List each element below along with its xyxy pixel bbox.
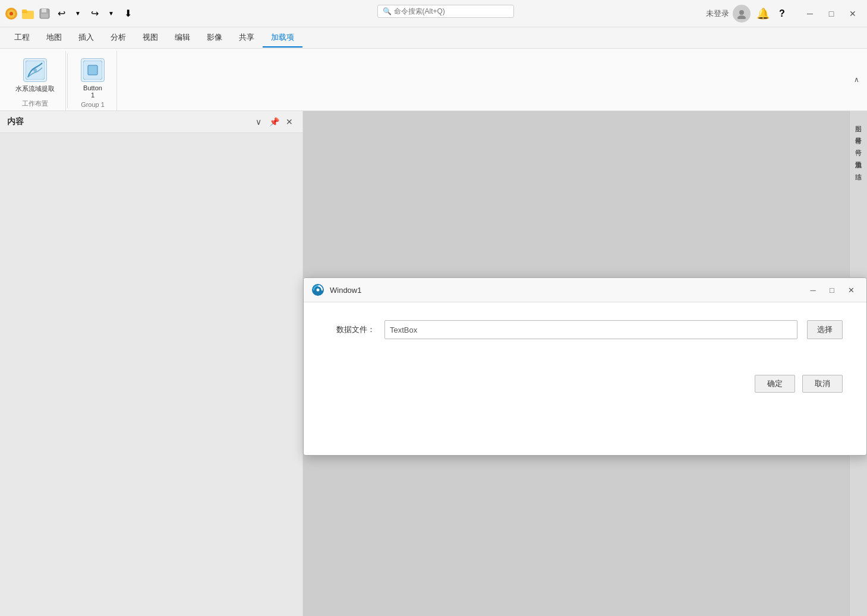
menu-item-project[interactable]: 工程 (6, 29, 38, 48)
ribbon-btn-watershed[interactable]: 水系流域提取 (11, 56, 59, 96)
ribbon-separator (67, 53, 68, 108)
ribbon-group-label-1: Group 1 (81, 101, 105, 110)
content-area: Window1 ─ □ ✕ 数据文件： 选择 (303, 111, 867, 616)
button1-label: Button 1 (83, 84, 102, 99)
dialog-window: Window1 ─ □ ✕ 数据文件： 选择 (303, 277, 867, 456)
avatar[interactable] (733, 5, 751, 23)
search-icon: 🔍 (383, 7, 392, 15)
ribbon-collapse-btn[interactable]: ∧ (850, 74, 862, 86)
dialog-close-btn[interactable]: ✕ (843, 283, 859, 297)
close-button[interactable]: ✕ (843, 5, 862, 22)
left-panel: 内容 ∨ 📌 ✕ (0, 111, 303, 616)
modal-overlay: Window1 ─ □ ✕ 数据文件： 选择 (303, 111, 867, 616)
save-icon[interactable] (38, 7, 51, 20)
svg-point-16 (317, 289, 320, 292)
dialog-app-icon (311, 283, 325, 297)
menu-item-imagery[interactable]: 影像 (198, 29, 231, 48)
ribbon-group-1: Button 1 Group 1 (69, 51, 117, 110)
cancel-button[interactable]: 取消 (802, 375, 843, 393)
menu-item-addins[interactable]: 加载项 (263, 29, 302, 48)
login-text: 未登录 (706, 8, 729, 19)
title-bar-right: 未登录 🔔 ? ─ □ ✕ (706, 5, 862, 23)
search-input[interactable] (394, 7, 509, 15)
ok-button[interactable]: 确定 (755, 375, 795, 393)
dialog-maximize-btn[interactable]: □ (824, 283, 840, 297)
menu-item-view[interactable]: 视图 (134, 29, 166, 48)
svg-rect-8 (41, 14, 48, 18)
dialog-title: Window1 (330, 286, 805, 295)
menu-item-map[interactable]: 地图 (38, 29, 70, 48)
svg-rect-5 (22, 10, 27, 12)
watershed-label: 水系流域提取 (15, 84, 55, 93)
dialog-body: 数据文件： 选择 (304, 302, 866, 369)
ribbon-buttons-group1: Button 1 (75, 53, 111, 101)
dialog-win-controls: ─ □ ✕ (805, 283, 859, 297)
menu-item-edit[interactable]: 编辑 (166, 29, 198, 48)
panel-controls: ∨ 📌 ✕ (253, 116, 295, 128)
help-icon[interactable]: ? (775, 7, 789, 20)
main-area: 内容 ∨ 📌 ✕ (0, 111, 867, 616)
ribbon-buttons-workspace: 水系流域提取 (11, 53, 59, 99)
notification-icon[interactable]: 🔔 (756, 7, 770, 20)
undo-icon[interactable]: ↩ (55, 7, 68, 20)
ribbon-group-label-workspace: 工作布置 (22, 99, 48, 110)
ribbon-btn-button1[interactable]: Button 1 (75, 56, 111, 101)
menu-item-analysis[interactable]: 分析 (102, 29, 134, 48)
panel-header: 内容 ∨ 📌 ✕ (0, 111, 302, 133)
maximize-button[interactable]: □ (822, 5, 841, 22)
app-icon[interactable] (5, 7, 18, 20)
panel-pin-btn[interactable]: 📌 (268, 116, 280, 128)
dialog-footer: 确定 取消 (304, 369, 866, 405)
svg-rect-7 (42, 9, 46, 12)
undo-dropdown-icon[interactable]: ▼ (71, 7, 84, 20)
svg-point-10 (737, 15, 746, 19)
search-box[interactable]: 🔍 (377, 5, 514, 18)
more-icon[interactable]: ⬇ (121, 7, 134, 20)
menu-item-share[interactable]: 共享 (231, 29, 263, 48)
ribbon-group-workspace: 水系流域提取 工作布置 (5, 51, 66, 110)
svg-rect-14 (88, 65, 97, 75)
title-bar-left: ↩ ▼ ↪ ▼ ⬇ (5, 7, 134, 20)
dialog-titlebar: Window1 ─ □ ✕ (304, 278, 866, 302)
minimize-button[interactable]: ─ (800, 5, 819, 22)
redo-dropdown-icon[interactable]: ▼ (105, 7, 118, 20)
menu-bar: 工程 地图 插入 分析 视图 编辑 影像 共享 加载项 (0, 27, 867, 49)
panel-content (0, 133, 302, 616)
select-button[interactable]: 选择 (807, 320, 843, 339)
panel-collapse-btn[interactable]: ∨ (253, 116, 264, 128)
ribbon: 水系流域提取 工作布置 Button 1 Group 1 ∧ (0, 49, 867, 111)
login-area: 未登录 (706, 5, 751, 23)
data-file-label: 数据文件： (327, 324, 375, 335)
dialog-minimize-btn[interactable]: ─ (805, 283, 821, 297)
svg-point-9 (739, 10, 744, 15)
menu-item-insert[interactable]: 插入 (70, 29, 102, 48)
watershed-icon (23, 58, 47, 82)
panel-close-btn[interactable]: ✕ (283, 116, 295, 128)
window-controls: ─ □ ✕ (800, 5, 862, 22)
redo-icon[interactable]: ↪ (88, 7, 101, 20)
button1-icon (81, 58, 105, 82)
form-row-datafile: 数据文件： 选择 (327, 320, 843, 339)
folder-icon[interactable] (21, 7, 34, 20)
svg-point-2 (10, 12, 13, 15)
panel-title: 内容 (7, 116, 24, 127)
svg-point-12 (33, 68, 37, 72)
title-bar: ↩ ▼ ↪ ▼ ⬇ Untitled 🔍 未登录 🔔 ? ─ □ (0, 0, 867, 27)
data-file-input[interactable] (384, 320, 797, 339)
